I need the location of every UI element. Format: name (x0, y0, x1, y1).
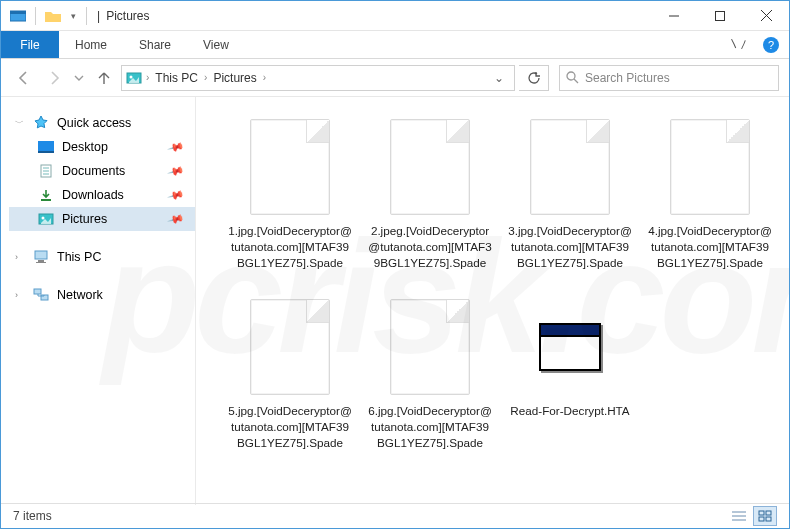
svg-point-8 (567, 72, 575, 80)
svg-rect-29 (759, 517, 764, 521)
sidebar-item-downloads[interactable]: Downloads📌 (9, 183, 195, 207)
file-name: Read-For-Decrypt.HTA (508, 403, 632, 419)
expand-ribbon-icon[interactable]: 〵〳 (729, 39, 749, 50)
maximize-button[interactable] (697, 1, 743, 31)
file-item[interactable]: Read-For-Decrypt.HTA (500, 291, 640, 471)
titlebar-sep: | (93, 9, 100, 23)
tab-home[interactable]: Home (59, 31, 123, 58)
forward-button[interactable] (41, 65, 67, 91)
address-bar[interactable]: › This PC › Pictures › ⌄ (121, 65, 515, 91)
address-dropdown-icon[interactable]: ⌄ (488, 71, 510, 85)
file-name: 6.jpg.[VoidDeceryptor@tutanota.com][MTAF… (368, 403, 492, 450)
svg-rect-28 (766, 511, 771, 515)
chevron-right-icon[interactable]: › (146, 72, 149, 83)
pic-icon (37, 211, 55, 227)
sidebar-label: This PC (57, 250, 101, 264)
blank-file-icon (250, 119, 330, 215)
sidebar-this-pc[interactable]: › This PC (9, 245, 195, 269)
chevron-right-icon: › (15, 252, 25, 262)
svg-rect-27 (759, 511, 764, 515)
chevron-down-icon: ﹀ (15, 117, 25, 130)
up-button[interactable] (91, 65, 117, 91)
sidebar-item-desktop[interactable]: Desktop📌 (9, 135, 195, 159)
crumb-pictures[interactable]: Pictures (211, 71, 258, 85)
qat-dropdown-icon[interactable]: ▾ (66, 5, 80, 27)
blank-file-icon (670, 119, 750, 215)
svg-rect-30 (766, 517, 771, 521)
large-icons-view-button[interactable] (753, 506, 777, 526)
sidebar-quick-access[interactable]: ﹀ Quick access (9, 111, 195, 135)
file-pane[interactable]: 1.jpg.[VoidDeceryptor@tutanota.com][MTAF… (196, 97, 789, 505)
search-placeholder: Search Pictures (585, 71, 670, 85)
sidebar-item-pictures[interactable]: Pictures📌 (9, 207, 195, 231)
sidebar-item-label: Pictures (62, 212, 107, 226)
sidebar-item-label: Desktop (62, 140, 108, 154)
crumb-this-pc[interactable]: This PC (153, 71, 200, 85)
blank-file-icon (530, 119, 610, 215)
file-name: 4.jpg.[VoidDeceryptor@tutanota.com][MTAF… (648, 223, 772, 270)
chevron-right-icon: › (15, 290, 25, 300)
sidebar: ﹀ Quick access Desktop📌Documents📌Downloa… (1, 97, 196, 505)
network-icon (32, 287, 50, 303)
blank-file-icon (390, 119, 470, 215)
desktop-icon (37, 139, 55, 155)
pin-icon: 📌 (167, 162, 186, 180)
refresh-button[interactable] (519, 65, 549, 91)
file-item[interactable]: 4.jpg.[VoidDeceryptor@tutanota.com][MTAF… (640, 111, 780, 291)
svg-rect-21 (36, 262, 46, 263)
minimize-button[interactable] (651, 1, 697, 31)
pc-icon (32, 249, 50, 265)
down-icon (37, 187, 55, 203)
search-box[interactable]: Search Pictures (559, 65, 779, 91)
sidebar-network[interactable]: › Network (9, 283, 195, 307)
chevron-right-icon[interactable]: › (263, 72, 266, 83)
window-title: Pictures (102, 9, 149, 23)
item-count: 7 items (13, 509, 52, 523)
svg-rect-19 (35, 251, 47, 259)
sidebar-item-label: Documents (62, 164, 125, 178)
file-tab[interactable]: File (1, 31, 59, 58)
file-name: 1.jpg.[VoidDeceryptor@tutanota.com][MTAF… (228, 223, 352, 270)
sidebar-label: Quick access (57, 116, 131, 130)
blank-file-icon (250, 299, 330, 395)
blank-file-icon (390, 299, 470, 395)
file-item[interactable]: 2.jpeg.[VoidDeceryptor@tutanota.com][MTA… (360, 111, 500, 291)
recent-dropdown-icon[interactable] (71, 65, 87, 91)
tab-view[interactable]: View (187, 31, 245, 58)
app-icon (7, 5, 29, 27)
svg-rect-22 (34, 289, 41, 294)
tab-share[interactable]: Share (123, 31, 187, 58)
file-name: 5.jpg.[VoidDeceryptor@tutanota.com][MTAF… (228, 403, 352, 450)
folder-icon[interactable] (42, 5, 64, 27)
svg-rect-20 (38, 260, 44, 262)
file-item[interactable]: 6.jpg.[VoidDeceryptor@tutanota.com][MTAF… (360, 291, 500, 471)
chevron-right-icon[interactable]: › (204, 72, 207, 83)
sidebar-label: Network (57, 288, 103, 302)
file-item[interactable]: 5.jpg.[VoidDeceryptor@tutanota.com][MTAF… (220, 291, 360, 471)
ribbon: File Home Share View 〵〳 ? (1, 31, 789, 59)
file-item[interactable]: 1.jpg.[VoidDeceryptor@tutanota.com][MTAF… (220, 111, 360, 291)
back-button[interactable] (11, 65, 37, 91)
svg-rect-11 (38, 151, 54, 153)
details-view-button[interactable] (727, 506, 751, 526)
svg-rect-3 (716, 11, 725, 20)
pin-icon: 📌 (167, 210, 186, 228)
hta-icon (530, 299, 610, 395)
pin-icon: 📌 (167, 138, 186, 156)
pin-icon: 📌 (167, 186, 186, 204)
help-icon[interactable]: ? (763, 37, 779, 53)
close-button[interactable] (743, 1, 789, 31)
svg-rect-10 (38, 141, 54, 151)
svg-point-7 (130, 75, 133, 78)
pictures-icon (126, 71, 142, 85)
file-item[interactable]: 3.jpg.[VoidDeceryptor@tutanota.com][MTAF… (500, 111, 640, 291)
status-bar: 7 items (1, 503, 789, 528)
doc-icon (37, 163, 55, 179)
svg-rect-1 (10, 11, 26, 14)
window-controls (651, 1, 789, 31)
sidebar-item-documents[interactable]: Documents📌 (9, 159, 195, 183)
svg-point-18 (42, 217, 45, 220)
quick-access-toolbar: ▾ | Pictures (1, 5, 155, 27)
titlebar: ▾ | Pictures (1, 1, 789, 31)
svg-rect-16 (41, 199, 51, 201)
